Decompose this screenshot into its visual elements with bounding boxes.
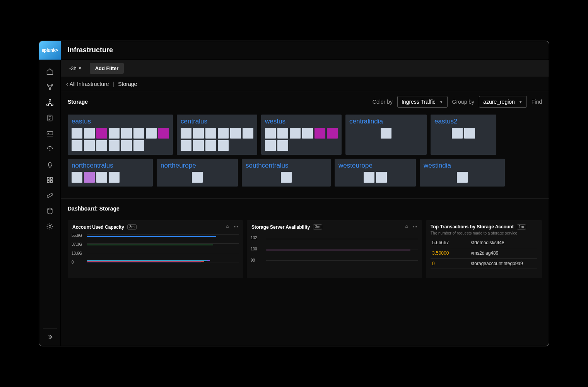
region-card[interactable]: centralus [177,115,257,155]
nav-icons [46,60,54,231]
settings-icon[interactable] [46,222,54,231]
ytick: 0 [72,260,82,264]
bell-icon[interactable] [404,224,409,230]
heatmap-cell[interactable] [96,172,107,183]
heatmap-cell[interactable] [84,128,95,139]
y-axis-labels: 55.9G 37.3G 18.6G 0 [72,233,82,264]
table-row[interactable]: 0storageaccountintegb9a9 [431,259,537,269]
region-label[interactable]: northeurope [161,162,234,170]
infrastructure-icon[interactable] [46,98,54,107]
heatmap-cell[interactable] [181,140,191,151]
region-label[interactable]: westeurope [338,162,412,170]
heatmap-cell[interactable] [327,128,338,139]
region-card[interactable]: centralindia [345,115,427,155]
heatmap-cell[interactable] [72,140,82,151]
heatmap-cell[interactable] [72,128,82,139]
heatmap-cell[interactable] [133,140,144,151]
region-card[interactable]: northcentralus [68,159,153,187]
region-card[interactable]: eastus [68,115,173,155]
heatmap-cell[interactable] [72,172,82,183]
heatmap-cell[interactable] [109,172,120,183]
heatmap-cell[interactable] [265,128,276,139]
heatmap-cell[interactable] [457,172,468,183]
heatmap-cell[interactable] [230,128,241,139]
heatmap-cell[interactable] [109,140,120,151]
group-by-dropdown[interactable]: azure_region ▼ [479,96,527,108]
bell-icon[interactable] [46,160,54,169]
tx-value: 5.66667 [432,240,459,245]
region-label[interactable]: southcentralus [246,162,327,170]
heatmap-cell[interactable] [109,128,120,139]
breadcrumb-current: Storage [118,81,137,87]
heatmap-cell[interactable] [376,172,387,183]
heatmap-cell[interactable] [146,128,157,139]
add-filter-button[interactable]: Add Filter [90,63,124,74]
heatmap-cell[interactable] [452,128,463,139]
heatmap-cell[interactable] [193,128,204,139]
graph-icon[interactable] [46,83,54,91]
breadcrumb-back[interactable]: ‹ All Infrastructure [66,81,109,87]
heatmap-cell[interactable] [96,140,107,151]
heatmap-cell[interactable] [158,128,169,139]
more-icon[interactable]: ⋯ [234,224,238,230]
heatmap-cell[interactable] [315,128,325,139]
region-label[interactable]: westus [265,118,338,125]
heatmap-cell[interactable] [84,172,95,183]
region-card[interactable]: westeurope [335,159,416,187]
region-card[interactable]: northeurope [157,159,238,187]
find-label[interactable]: Find [532,99,542,105]
apps-icon[interactable] [46,176,54,184]
heatmap-cell[interactable] [121,128,132,139]
region-card[interactable]: westus [261,115,342,155]
server-icon[interactable] [46,129,54,138]
heatmap-cell[interactable] [192,172,203,183]
brand-logo[interactable]: splunk> [39,41,61,60]
heatmap-cell[interactable] [205,128,216,139]
region-card[interactable]: westindia [420,159,505,187]
heatmap-cell[interactable] [464,128,475,139]
heatmap-cell[interactable] [277,140,288,151]
time-range-picker[interactable]: -3h ▼ [65,63,87,74]
heatmap-cell[interactable] [243,128,253,139]
heatmap-cell[interactable] [218,128,229,139]
table-row[interactable]: 3.50000vms2diag489 [431,248,537,259]
color-by-dropdown[interactable]: Ingress Traffic ▼ [397,96,448,108]
heatmap-cell[interactable] [218,140,229,151]
region-label[interactable]: centralus [181,118,253,125]
heatmap-cell[interactable] [281,172,292,183]
y-axis-labels: 102 100 98 [251,236,257,262]
filter-bar: -3h ▼ Add Filter [61,60,549,77]
color-by-label: Color by [373,99,393,105]
heatmap-cell[interactable] [84,140,95,151]
region-label[interactable]: centralindia [349,118,423,125]
document-icon[interactable] [46,114,54,122]
heatmap-cell[interactable] [277,128,288,139]
database-icon[interactable] [46,207,54,215]
heatmap-cell[interactable] [133,128,144,139]
region-label[interactable]: westindia [424,162,501,170]
heatmap-cell[interactable] [205,140,216,151]
heatmap-cell[interactable] [302,128,313,139]
heatmap-cell[interactable] [364,172,374,183]
table-row[interactable]: 5.66667sfdemodisks448 [431,238,537,248]
heatmap-cell[interactable] [265,140,276,151]
region-label[interactable]: northcentralus [72,162,149,170]
home-icon[interactable] [46,67,54,76]
heatmap-cell[interactable] [121,140,132,151]
region-card[interactable]: eastus2 [431,115,496,155]
region-label[interactable]: eastus [72,118,169,125]
alert-icon[interactable] [46,145,54,153]
more-icon[interactable]: ⋯ [413,224,417,230]
heatmap-cell[interactable] [96,128,107,139]
heatmap-cell[interactable] [290,128,301,139]
ruler-icon[interactable] [46,191,54,200]
heatmap-cell[interactable] [381,128,391,139]
region-grid: eastuscentraluswestuscentralindiaeastus2… [61,111,549,199]
expand-nav-icon[interactable] [46,333,54,341]
app-frame: splunk> [39,41,549,346]
region-card[interactable]: southcentralus [242,159,331,187]
region-label[interactable]: eastus2 [434,118,492,125]
heatmap-cell[interactable] [193,140,204,151]
bell-icon[interactable] [225,224,230,230]
heatmap-cell[interactable] [181,128,191,139]
